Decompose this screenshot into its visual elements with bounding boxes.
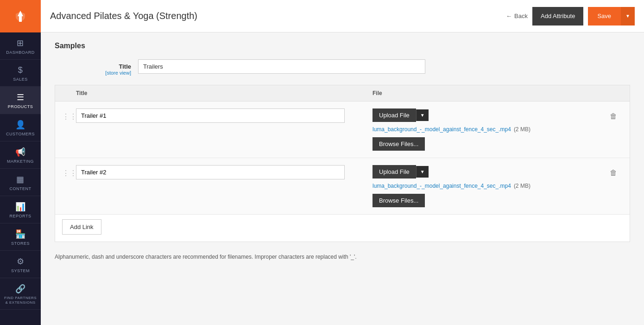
- sidebar-item-stores[interactable]: 🏪 Stores: [0, 223, 41, 251]
- section-title: Samples: [55, 42, 630, 50]
- table-row: ⋮⋮ Upload File ▼ luma_background_-_model…: [55, 102, 630, 158]
- logo[interactable]: [0, 0, 41, 32]
- content-icon: ▦: [16, 174, 25, 185]
- table-header: Title File: [55, 85, 630, 102]
- row2-browse-wrapper: Browse Files...: [373, 194, 604, 207]
- sidebar-item-reports[interactable]: 📊 Reports: [0, 196, 41, 223]
- stores-icon: 🏪: [15, 229, 26, 239]
- sidebar-item-dashboard[interactable]: ⊞ Dashboard: [0, 32, 41, 60]
- page-title: Advanced Pilates & Yoga (Strength): [50, 11, 197, 21]
- products-icon: ☰: [17, 92, 25, 102]
- row2-file-info: luma_background_-_model_against_fence_4_…: [373, 182, 604, 190]
- header-actions-col: [604, 90, 623, 96]
- sidebar-item-system-label: System: [11, 268, 30, 273]
- samples-table: Title File ⋮⋮ Upload File ▼: [55, 85, 630, 242]
- back-arrow-icon: ←: [506, 13, 512, 19]
- row1-upload-button[interactable]: Upload File: [373, 108, 416, 122]
- sidebar-item-content-label: Content: [10, 186, 32, 191]
- sidebar: ⊞ Dashboard $ Sales ☰ Products 👤 Custome…: [0, 0, 41, 325]
- header-drag-col: [62, 90, 76, 96]
- sidebar-item-reports-label: Reports: [10, 214, 32, 218]
- row1-file-info: luma_background_-_model_against_fence_4_…: [373, 126, 604, 134]
- reports-icon: 📊: [15, 202, 26, 212]
- back-button[interactable]: ← Back: [506, 13, 528, 19]
- sidebar-item-stores-label: Stores: [11, 241, 30, 246]
- save-button[interactable]: Save: [588, 7, 620, 25]
- back-label: Back: [514, 13, 528, 19]
- sidebar-item-products[interactable]: ☰ Products: [0, 87, 41, 114]
- row2-upload-dropdown[interactable]: ▼: [416, 166, 429, 178]
- row2-file-section: Upload File ▼ luma_background_-_model_ag…: [373, 165, 604, 207]
- customers-icon: 👤: [15, 120, 26, 130]
- footer-note: Alphanumeric, dash and underscore charac…: [55, 249, 630, 265]
- row2-upload-label: Upload File: [379, 168, 410, 175]
- row2-delete-button[interactable]: 🗑: [604, 165, 623, 177]
- row2-upload-row: Upload File ▼: [373, 165, 604, 178]
- sales-icon: $: [18, 65, 23, 75]
- row1-file-link[interactable]: luma_background_-_model_against_fence_4_…: [373, 126, 511, 134]
- row1-file-section: Upload File ▼ luma_background_-_model_ag…: [373, 108, 604, 151]
- page-content: Samples Title [store view] Title File ⋮⋮: [41, 32, 644, 325]
- row2-upload-button[interactable]: Upload File: [373, 165, 416, 178]
- add-attribute-button[interactable]: Add Attribute: [532, 7, 583, 25]
- sidebar-item-content[interactable]: ▦ Content: [0, 169, 41, 196]
- sidebar-item-sales-label: Sales: [13, 77, 28, 82]
- sidebar-item-system[interactable]: ⚙ System: [0, 251, 41, 278]
- header-file-col: File: [373, 90, 604, 96]
- sidebar-item-customers[interactable]: 👤 Customers: [0, 114, 41, 141]
- sidebar-item-find-label: Find Partners & Extensions: [2, 296, 38, 305]
- add-link-wrapper: Add Link: [55, 215, 630, 242]
- header-actions: ← Back Add Attribute Save ▼: [506, 7, 635, 25]
- page-header: Advanced Pilates & Yoga (Strength) ← Bac…: [41, 0, 644, 32]
- sidebar-item-marketing-label: Marketing: [7, 159, 34, 164]
- row1-upload-dropdown[interactable]: ▼: [416, 109, 429, 121]
- dashboard-icon: ⊞: [17, 38, 24, 48]
- row1-upload-label: Upload File: [379, 112, 410, 119]
- drag-handle[interactable]: ⋮⋮: [62, 165, 76, 178]
- row2-title-input[interactable]: [76, 165, 345, 179]
- system-icon: ⚙: [17, 256, 25, 267]
- marketing-icon: 📢: [15, 147, 26, 157]
- row2-file-link[interactable]: luma_background_-_model_against_fence_4_…: [373, 182, 511, 190]
- row2-file-size: (2 MB): [514, 183, 530, 189]
- title-form-row: Title [store view]: [55, 59, 630, 76]
- find-icon: 🔗: [15, 284, 26, 294]
- sidebar-item-sales[interactable]: $ Sales: [0, 60, 41, 87]
- sidebar-item-products-label: Products: [8, 104, 33, 109]
- header-title-col: Title: [76, 90, 373, 96]
- sidebar-item-customers-label: Customers: [6, 132, 35, 136]
- sidebar-item-dashboard-label: Dashboard: [6, 50, 35, 55]
- add-link-button[interactable]: Add Link: [62, 219, 101, 235]
- row1-file-size: (2 MB): [514, 126, 530, 133]
- title-label-wrapper: Title [store view]: [55, 59, 138, 76]
- main-area: Advanced Pilates & Yoga (Strength) ← Bac…: [41, 0, 644, 325]
- sidebar-item-marketing[interactable]: 📢 Marketing: [0, 141, 41, 169]
- table-row: ⋮⋮ Upload File ▼ luma_background_-_model…: [55, 158, 630, 215]
- title-input[interactable]: [138, 59, 425, 74]
- row1-browse-wrapper: Browse Files...: [373, 137, 604, 151]
- title-label: Title: [55, 63, 131, 70]
- row1-title-cell: [76, 108, 373, 123]
- drag-handle[interactable]: ⋮⋮: [62, 108, 76, 121]
- row2-browse-button[interactable]: Browse Files...: [373, 194, 425, 207]
- save-button-group: Save ▼: [588, 7, 635, 25]
- row1-delete-button[interactable]: 🗑: [604, 108, 623, 121]
- save-dropdown-button[interactable]: ▼: [620, 7, 635, 25]
- row1-title-input[interactable]: [76, 108, 345, 123]
- row2-title-cell: [76, 165, 373, 179]
- row1-upload-row: Upload File ▼: [373, 108, 604, 122]
- store-view-label: [store view]: [55, 70, 131, 76]
- row1-browse-button[interactable]: Browse Files...: [373, 137, 425, 151]
- sidebar-item-find[interactable]: 🔗 Find Partners & Extensions: [0, 278, 41, 310]
